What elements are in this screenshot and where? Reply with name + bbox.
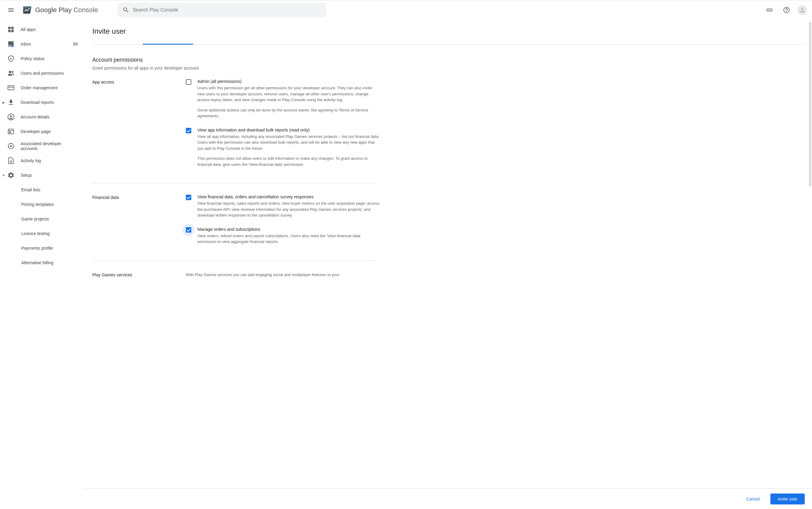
page-title: Invite user	[92, 27, 805, 36]
sidebar-item-label: Alternative billing	[21, 260, 78, 265]
permission-description: View financial reports, sales reports an…	[198, 200, 380, 218]
sidebar-item-inbox[interactable]: Inbox89	[0, 37, 85, 51]
permission-group: Financial dataView financial data, order…	[92, 193, 805, 254]
svg-rect-16	[9, 132, 11, 133]
permission-category: App access	[92, 79, 186, 176]
sidebar-subitem[interactable]: Licence testing	[0, 226, 85, 241]
svg-point-21	[8, 147, 9, 147]
card-icon	[7, 84, 14, 92]
svg-point-19	[11, 143, 11, 144]
chevron-right-icon: ▶	[1, 101, 6, 104]
svg-point-20	[13, 147, 14, 147]
sidebar-item-label: Game projects	[21, 216, 78, 222]
logo-text: Google Play Console	[35, 6, 98, 14]
svg-rect-4	[11, 27, 14, 29]
sidebar-item-label: Download reports	[21, 100, 78, 105]
permission-description: Users with this permission get all other…	[198, 85, 380, 103]
sidebar-item-label: Associated developer accounts	[21, 141, 78, 151]
permission-item: Admin (all permissions)Users with this p…	[186, 79, 380, 119]
sidebar-item-label: All apps	[21, 27, 78, 32]
svg-point-8	[9, 71, 11, 73]
svg-marker-1	[23, 6, 32, 9]
svg-rect-6	[11, 30, 14, 32]
svg-rect-10	[8, 86, 14, 90]
sidebar-subitem[interactable]: Game projects	[0, 212, 85, 226]
permission-description: View all app information, including any …	[198, 134, 380, 151]
permission-checkbox[interactable]	[186, 227, 191, 233]
inbox-icon	[7, 40, 14, 48]
sidebar-item-label: Payments profile	[21, 246, 78, 250]
permission-category: Play Games services	[92, 272, 186, 278]
permission-category: Financial data	[92, 194, 186, 253]
permission-label: Admin (all permissions)	[198, 79, 380, 84]
cancel-button[interactable]: Cancel	[739, 494, 767, 504]
chevron-down-icon: ▼	[1, 174, 6, 177]
sidebar-item-label: Pricing templates	[21, 202, 78, 207]
menu-button[interactable]	[5, 4, 17, 16]
sidebar-item-log[interactable]: Activity log	[0, 154, 85, 168]
group-intro: With Play Games services you can add eng…	[186, 272, 380, 278]
svg-point-13	[10, 115, 12, 117]
link-icon	[7, 142, 14, 150]
link-button[interactable]	[764, 4, 776, 16]
sidebar-subitem[interactable]: Alternative billing	[0, 256, 85, 270]
play-console-logo-icon	[22, 5, 33, 15]
help-button[interactable]	[780, 4, 792, 16]
tab-bar	[92, 43, 805, 45]
sidebar-item-label: Setup	[21, 173, 78, 178]
help-icon	[783, 6, 790, 14]
sidebar-subitem[interactable]: Payments profile	[0, 241, 85, 256]
sidebar: All appsInbox89Policy statusUsers and pe…	[0, 20, 85, 509]
permission-label: View financial data, orders and cancella…	[198, 194, 380, 199]
inbox-badge: 89	[73, 42, 78, 46]
svg-point-9	[11, 71, 13, 73]
sidebar-item-gear[interactable]: ▼Setup	[0, 168, 85, 182]
permission-label: Manage orders and subscriptions	[198, 227, 380, 232]
sidebar-item-account[interactable]: Account details	[0, 110, 85, 124]
hamburger-icon	[7, 6, 14, 14]
permission-checkbox[interactable]	[186, 195, 191, 200]
svg-point-7	[12, 45, 14, 47]
sidebar-item-card[interactable]: Order management	[0, 80, 85, 95]
account-avatar[interactable]	[798, 5, 807, 15]
divider	[92, 183, 375, 183]
invite-user-button[interactable]: Invite user	[770, 494, 805, 504]
permission-group: App accessAdmin (all permissions)Users w…	[92, 78, 805, 177]
scrollbar-track[interactable]	[809, 22, 811, 186]
sidebar-item-label: Developer page	[21, 129, 78, 134]
sidebar-item-label: Policy status	[21, 56, 78, 61]
sidebar-item-label: Users and permissions	[21, 71, 78, 76]
search-icon	[122, 6, 129, 14]
sidebar-item-shield[interactable]: Policy status	[0, 51, 85, 66]
sidebar-item-page[interactable]: Developer page	[0, 124, 85, 139]
divider	[92, 261, 375, 261]
search-box[interactable]	[117, 3, 326, 17]
svg-rect-3	[8, 27, 11, 29]
sidebar-item-apps[interactable]: All apps	[0, 22, 85, 37]
download-icon	[7, 99, 14, 106]
sidebar-item-download[interactable]: ▶Download reports	[0, 95, 85, 110]
permission-checkbox[interactable]	[186, 79, 191, 85]
permission-description: This permission does not allow users to …	[198, 156, 380, 167]
permission-group: Play Games servicesWith Play Games servi…	[92, 271, 805, 279]
sidebar-item-people[interactable]: Users and permissions	[0, 66, 85, 80]
permission-label: View app information and download bulk r…	[198, 128, 380, 132]
section-title: Account permissions	[92, 57, 805, 63]
sidebar-subitem[interactable]: Pricing templates	[0, 197, 85, 212]
sidebar-item-label: Licence testing	[21, 231, 78, 236]
apps-icon	[7, 26, 14, 33]
sidebar-item-label: Email lists	[21, 188, 78, 192]
shield-icon	[7, 55, 14, 62]
sidebar-subitem[interactable]: Email lists	[0, 182, 85, 197]
permission-item: View financial data, orders and cancella…	[186, 194, 380, 218]
sidebar-item-link[interactable]: Associated developer accounts	[0, 139, 85, 154]
search-input[interactable]	[133, 7, 321, 13]
permission-item: View app information and download bulk r…	[186, 128, 380, 168]
active-tab-indicator	[143, 44, 193, 45]
gear-icon	[7, 172, 14, 179]
permission-item: Manage orders and subscriptionsView orde…	[186, 227, 380, 245]
logo[interactable]: Google Play Console	[22, 5, 98, 15]
svg-point-18	[10, 145, 12, 147]
permission-checkbox[interactable]	[186, 128, 191, 133]
sidebar-item-label: Order management	[21, 86, 78, 90]
